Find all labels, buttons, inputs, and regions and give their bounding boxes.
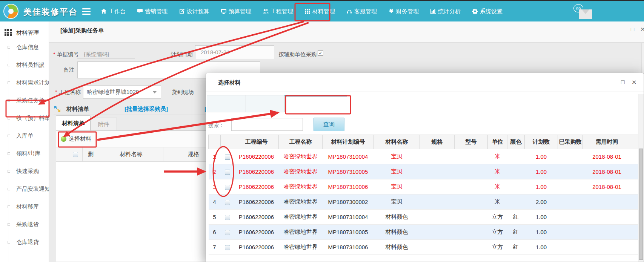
nav-item[interactable]: 客服管理 — [344, 6, 379, 17]
nav-item[interactable]: 设计预算 — [176, 6, 212, 17]
sidebar-item[interactable]: 入库单 — [0, 127, 49, 145]
nav-item[interactable]: 营销管理 — [134, 6, 170, 17]
dialog-tab[interactable] — [207, 95, 246, 112]
table-row: 3P1606220006哈密绿地世界MP1807310006宝贝米1.00201… — [209, 179, 639, 195]
main-scrollbar[interactable] — [641, 43, 644, 73]
nav-item[interactable]: 材料管理 — [302, 6, 337, 17]
required-asterisk: * — [55, 89, 57, 95]
row-checkbox[interactable] — [225, 200, 230, 205]
grid-dark-icon — [5, 29, 12, 36]
cell — [558, 179, 583, 195]
maximize-icon[interactable]: □ — [631, 26, 634, 32]
scrollbar-thumb[interactable] — [639, 149, 643, 260]
project-label: 工程名称 — [59, 89, 81, 96]
dialog-maximize-icon[interactable]: □ — [621, 79, 625, 86]
cell: 哈密绿地世界 — [279, 179, 323, 195]
row-checkbox[interactable] — [225, 170, 230, 175]
column-header: 材料名称 — [374, 135, 420, 149]
sidebar-item[interactable]: 快速采购 — [0, 162, 49, 180]
sidebar-item[interactable]: 领料/出库 — [0, 145, 49, 162]
project-select[interactable]: 哈密绿地世界城1029 — [83, 85, 161, 99]
cell: 红 — [507, 225, 525, 240]
nav-item[interactable]: ¥ 财务管理 — [386, 6, 421, 17]
row-checkbox[interactable] — [225, 155, 230, 160]
batch-select-purchaser-link[interactable]: [批量选择采购员] — [124, 106, 168, 113]
bullet-icon — [8, 188, 10, 190]
search-input[interactable] — [231, 118, 303, 131]
cell — [558, 225, 583, 240]
aux-unit-checkbox[interactable]: ✓ — [318, 50, 323, 56]
row-checkbox[interactable] — [225, 185, 230, 190]
cell — [507, 179, 525, 195]
cell — [583, 195, 631, 210]
nav-item[interactable]: 统计分析 — [427, 6, 463, 17]
cell: 材料颜色 — [374, 210, 420, 225]
cell — [583, 225, 631, 240]
headset-icon — [346, 8, 352, 15]
sidebar-item[interactable]: 材料移库 — [0, 198, 49, 216]
column-header — [209, 135, 221, 149]
bullet-icon — [8, 46, 10, 49]
nav-item[interactable]: 工程管理 — [260, 6, 295, 17]
bullet-icon — [8, 152, 10, 155]
cell: 哈密绿地世界 — [279, 240, 323, 255]
cell: 宝贝 — [374, 164, 420, 179]
select-material-button[interactable]: 选择材料 — [69, 135, 91, 142]
edit-icon — [178, 8, 185, 15]
dialog-title: 选择材料 — [218, 79, 241, 86]
dialog-tab[interactable] — [284, 95, 347, 112]
sidebar-item[interactable]: 收（预）料单 — [0, 109, 49, 127]
grid-header-spacer — [56, 147, 68, 161]
cell: 米 — [488, 164, 507, 179]
sidebar-item[interactable]: 材料需求计划单 — [0, 74, 49, 92]
cell: 2018-08-01 — [631, 210, 639, 225]
nav-item[interactable]: 预算管理 — [218, 6, 254, 17]
hamburger-icon[interactable] — [82, 8, 91, 15]
messages-indicator[interactable]: 99 — [573, 3, 596, 21]
cell — [583, 240, 631, 255]
sidebar-item[interactable]: 仓库信息 — [0, 38, 49, 56]
nav-item[interactable]: 系统设置 — [469, 6, 505, 17]
cell — [455, 179, 488, 195]
transfer-arrows-icon[interactable] — [54, 105, 61, 113]
order-no-input[interactable] — [77, 45, 135, 58]
cell: 哈密绿地世界 — [279, 149, 323, 164]
plan-date-label: 计划日期 — [171, 51, 193, 58]
row-checkbox[interactable] — [225, 215, 230, 220]
svg-text:¥: ¥ — [389, 8, 393, 14]
nav-item-label: 营销管理 — [145, 8, 168, 15]
sidebar-item[interactable]: 采购任务单 — [0, 92, 49, 109]
nav-item-label: 客服管理 — [354, 8, 377, 15]
sidebar-item[interactable]: 产品安装通知 — [0, 180, 49, 198]
cell: MP1807310005 — [323, 164, 374, 179]
nav-item-label: 材料管理 — [312, 8, 335, 15]
sidebar-item[interactable]: 仓库退货 — [0, 233, 49, 251]
cell: 1.00 — [525, 149, 558, 164]
row-checkbox[interactable] — [225, 245, 230, 250]
section-title: 材料清单 — [66, 106, 89, 113]
cell — [558, 240, 583, 255]
cell: 1.00 — [525, 225, 558, 240]
sidebar-item[interactable]: 采购退货 — [0, 216, 49, 233]
cell — [507, 149, 525, 164]
close-icon[interactable]: ✕ — [640, 26, 644, 33]
sidebar-item-label: 材料员指派 — [16, 61, 49, 69]
plan-date-input[interactable]: 2018-07-31 — [195, 45, 274, 59]
tab-attachments[interactable]: 附件 — [91, 118, 117, 131]
sidebar-item[interactable]: 材料员指派 — [0, 56, 49, 74]
nav-item[interactable]: 工作台 — [98, 6, 128, 17]
dialog-close-icon[interactable]: ✕ — [632, 79, 636, 86]
dialog-tab[interactable] — [246, 95, 285, 112]
checkbox-cell — [221, 179, 234, 195]
tab-material-list[interactable]: 材料清单 — [56, 115, 91, 131]
row-number: 3 — [209, 179, 221, 195]
query-button[interactable]: 查询 — [314, 118, 344, 131]
sidebar-item-label: 采购退货 — [16, 221, 49, 228]
select-all-checkbox[interactable] — [73, 152, 78, 157]
column-header: 已采购数 — [558, 135, 583, 149]
dialog-scrollbar[interactable] — [638, 94, 644, 262]
cell: MP1807300002 — [323, 195, 374, 210]
row-checkbox[interactable] — [225, 230, 230, 235]
row-number: 5 — [209, 210, 221, 225]
row-number: 6 — [209, 225, 221, 240]
